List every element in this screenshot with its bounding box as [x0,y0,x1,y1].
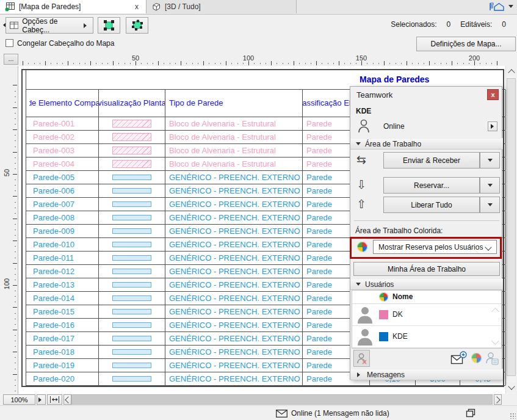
ruler-tick [299,63,300,64]
ruler-tick [15,252,16,252]
teamwork-menu-button[interactable] [488,1,513,12]
colored-workspace-select[interactable]: Mostrar Reserva pelos Usuários [373,240,497,254]
release-all-button[interactable]: Liberar Tudo [383,197,480,213]
send-receive-icon: ⇆ [356,153,366,166]
ruler-tick [15,335,16,336]
ruler-tick [15,213,16,214]
ruler-label: 50 [3,165,10,180]
column-header-label: ID de Elemento Compacto [29,99,99,108]
vertical-scroll-thumb[interactable] [507,78,516,376]
zoom-menu-button[interactable] [37,394,46,405]
wall-preview-bar [112,322,151,328]
ruler-horizontal: 50100150200 [0,52,505,67]
tab-close-icon[interactable]: x [132,2,141,11]
palette-close-button[interactable]: x [487,89,499,100]
schedule-header-cell: ID de Elemento Compacto [29,90,99,117]
colored-workspace-label: Área de Trabalho Colorida: [355,226,443,235]
ruler-tick [378,63,379,64]
wall-preview-hatched [112,147,151,154]
ruler-tick [13,241,17,241]
ruler-tick [15,91,16,92]
chevron-right-icon [493,396,500,403]
user-outline-icon [358,119,370,134]
my-workspace-button[interactable]: Minha Área de Trabalho [353,262,500,276]
palette-titlebar[interactable]: Teamwork x [350,87,502,103]
ruler-tick [13,196,17,197]
user-name: KDE [392,332,408,341]
chevron-down-icon [488,159,493,164]
ruler-tick [15,269,16,269]
select-2d-button[interactable] [98,17,120,34]
ruler-tick [15,380,16,380]
zoom-level-button[interactable]: 100% [3,394,35,405]
user-color-swatch [379,310,388,319]
ruler-tick [271,61,272,65]
header-options-button[interactable]: Opções de Cabeç... [5,17,93,34]
collapse-triangle-icon [356,142,361,148]
wall-id-cell: Parede-011 [29,252,99,264]
map-settings-button[interactable]: Definições de Mapa... [416,37,516,51]
tab-mapa-de-paredes[interactable]: [Mapa de Paredes] x [0,0,146,13]
remove-user-button[interactable] [353,350,370,367]
send-receive-button[interactable]: Enviar & Receber [383,152,480,168]
scroll-right-button[interactable] [494,394,502,405]
wall-id-cell: Parede-018 [29,346,99,358]
ruler-tick [15,202,16,203]
wall-preview-bar [112,363,151,368]
select-3d-button[interactable] [126,17,148,34]
ruler-tick [13,219,17,219]
send-receive-dropdown[interactable] [480,152,500,168]
ruler-tick [254,63,255,64]
ruler-tick [209,63,209,64]
window-restore-icon[interactable] [466,408,475,418]
freeze-header-checkbox[interactable] [5,39,13,47]
user-row[interactable]: DK [352,304,501,326]
scroll-left-button[interactable] [63,394,71,405]
ruler-tick [15,341,16,341]
ruler-options-button[interactable]: ... [4,54,18,65]
status-bar: Online (1 Mensagem não lida) [0,405,517,420]
status-expand-button[interactable] [488,121,497,131]
wall-preview-bar [112,201,151,207]
expand-triangle-icon [357,372,363,377]
ruler-label: 100 [3,277,10,291]
ruler-tick [333,63,334,64]
ruler-tick [147,63,148,64]
ruler-tick [339,61,339,65]
ruler-tick [15,346,16,347]
new-message-icon[interactable] [450,351,468,366]
ruler-tick [361,61,362,65]
wall-preview-hatched [112,120,151,128]
ruler-tick [305,63,306,64]
ruler-tick [220,63,221,64]
colorwheel-icon[interactable] [471,353,482,363]
tab-label: [Mapa de Paredes] [19,2,81,11]
ruler-tick [141,63,142,64]
fit-width-button[interactable]: ↔ [47,394,62,405]
ruler-tick [13,152,17,153]
horizontal-scroll-track[interactable] [71,394,493,405]
schedule-cell [99,131,165,143]
ruler-tick [90,61,91,65]
vertical-scrollbar[interactable] [505,66,516,394]
header-grid-icon [10,21,18,29]
tab-3d-tudo[interactable]: [3D / Tudo] [146,0,297,13]
user-row[interactable]: KDE [352,326,501,348]
wall-type-cell: GENÉRICO - PREENCH. EXTERNO [165,171,303,184]
3d-view-tab-icon [151,2,161,12]
scroll-down-button[interactable] [506,382,516,393]
ruler-tick [384,61,385,65]
section-usuarios[interactable]: Usuários [350,278,503,290]
resize-grip[interactable] [510,413,516,419]
release-all-dropdown[interactable] [480,197,500,213]
section-mensagens[interactable]: Mensagens [350,369,503,380]
wall-type-cell: GENÉRICO - PREENCH. EXTERNO [165,278,303,291]
ruler-tick [15,224,16,225]
user-info-icon[interactable] [485,351,499,366]
reserve-dropdown[interactable] [480,177,500,194]
reserve-button[interactable]: Reservar... [383,177,480,194]
section-area-de-trabalho[interactable]: Área de Trabalho [350,138,503,150]
ruler-tick [350,63,351,64]
selecionados-value: 0 [447,20,451,29]
scroll-up-button[interactable] [506,66,516,76]
